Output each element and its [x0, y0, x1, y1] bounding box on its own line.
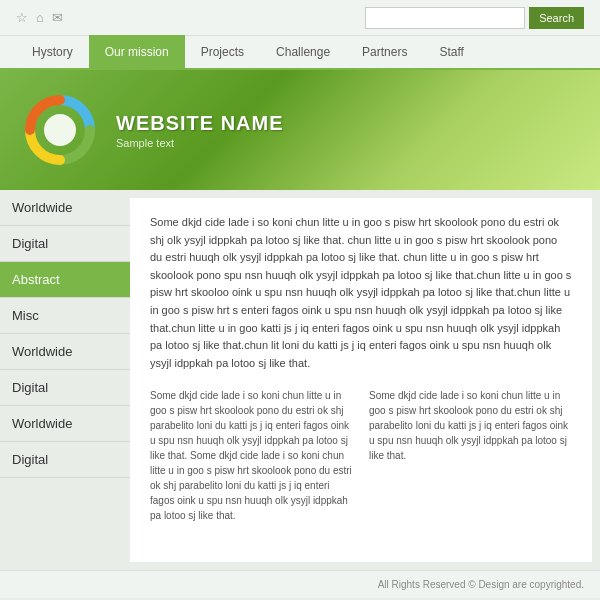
main-content: Some dkjd cide lade i so koni chun litte…	[130, 198, 592, 562]
sidebar-item-worldwide-2[interactable]: Worldwide	[0, 334, 130, 370]
nav-item-partners[interactable]: Partners	[346, 35, 423, 69]
hero-subtitle: Sample text	[116, 137, 284, 149]
hero-title: WEBSITE NAME	[116, 112, 284, 135]
search-area: Search	[365, 7, 584, 29]
main-nav: Hystory Our mission Projects Challenge P…	[0, 36, 600, 70]
home-icon[interactable]: ⌂	[36, 10, 44, 25]
sidebar-item-digital-1[interactable]: Digital	[0, 226, 130, 262]
top-bar: ☆ ⌂ ✉ Search	[0, 0, 600, 36]
hero-text: WEBSITE NAME Sample text	[116, 112, 284, 149]
nav-item-challenge[interactable]: Challenge	[260, 35, 346, 69]
star-icon[interactable]: ☆	[16, 10, 28, 25]
sidebar-item-worldwide-3[interactable]: Worldwide	[0, 406, 130, 442]
svg-point-1	[44, 114, 76, 146]
content-col-1: Some dkjd cide lade i so koni chun litte…	[150, 388, 353, 523]
sidebar-item-misc[interactable]: Misc	[0, 298, 130, 334]
logo	[20, 90, 100, 170]
nav-item-our-mission[interactable]: Our mission	[89, 35, 185, 69]
nav-item-hystory[interactable]: Hystory	[16, 35, 89, 69]
search-button[interactable]: Search	[529, 7, 584, 29]
footer: All Rights Reserved © Design are copyrig…	[0, 570, 600, 598]
sidebar-item-abstract[interactable]: Abstract	[0, 262, 130, 298]
content-columns: Some dkjd cide lade i so koni chun litte…	[150, 388, 572, 523]
footer-text: All Rights Reserved © Design are copyrig…	[378, 579, 584, 590]
nav-item-projects[interactable]: Projects	[185, 35, 260, 69]
main-paragraph: Some dkjd cide lade i so koni chun litte…	[150, 214, 572, 372]
sidebar: Worldwide Digital Abstract Misc Worldwid…	[0, 190, 130, 570]
sidebar-item-worldwide-1[interactable]: Worldwide	[0, 190, 130, 226]
content-col-2: Some dkjd cide lade i so koni chun litte…	[369, 388, 572, 523]
nav-item-staff[interactable]: Staff	[423, 35, 479, 69]
top-bar-icons: ☆ ⌂ ✉	[16, 10, 63, 25]
hero-banner: WEBSITE NAME Sample text	[0, 70, 600, 190]
search-input[interactable]	[365, 7, 525, 29]
sidebar-item-digital-3[interactable]: Digital	[0, 442, 130, 478]
email-icon[interactable]: ✉	[52, 10, 63, 25]
main-wrapper: Worldwide Digital Abstract Misc Worldwid…	[0, 190, 600, 570]
sidebar-item-digital-2[interactable]: Digital	[0, 370, 130, 406]
